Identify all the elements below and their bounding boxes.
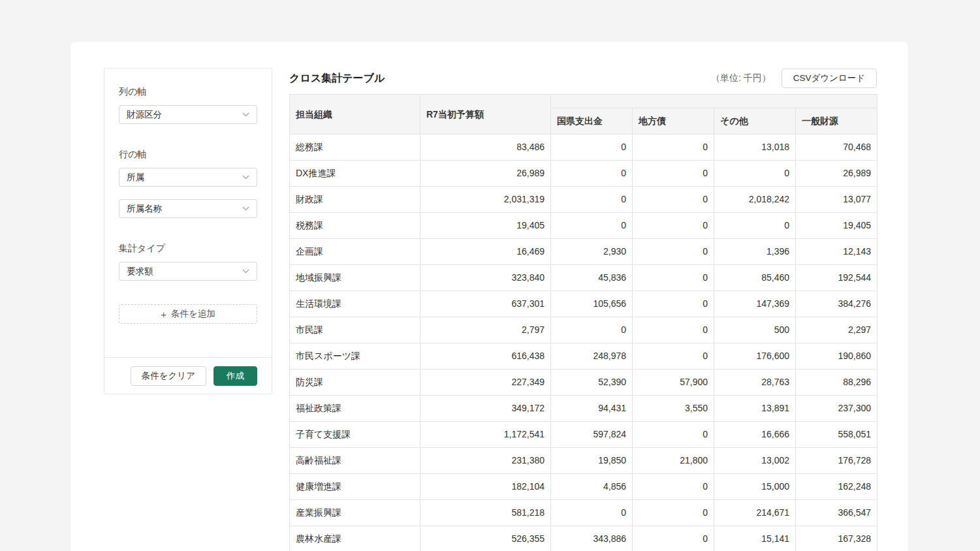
- value-cell: 13,891: [714, 396, 796, 422]
- value-cell: 0: [633, 343, 714, 370]
- org-cell: 企画課: [290, 239, 420, 265]
- value-cell: 0: [714, 213, 796, 239]
- value-cell: 26,989: [420, 161, 551, 187]
- value-cell: 19,405: [420, 213, 551, 239]
- value-cell: 637,301: [420, 291, 551, 317]
- value-cell: 0: [633, 265, 714, 291]
- aggregation-type-label: 集計タイプ: [119, 243, 257, 255]
- value-cell: 349,172: [420, 396, 551, 422]
- value-cell: 526,355: [420, 526, 551, 551]
- clear-conditions-button[interactable]: 条件をクリア: [131, 366, 206, 386]
- subcolumn-header: 国県支出金: [551, 108, 633, 134]
- value-cell: 0: [551, 500, 633, 526]
- value-cell: 248,978: [551, 343, 633, 370]
- row-axis-select-1[interactable]: 所属: [119, 168, 257, 187]
- value-cell: 13,077: [796, 187, 877, 213]
- add-condition-button[interactable]: + 条件を追加: [119, 304, 257, 324]
- value-cell: 384,276: [796, 291, 877, 317]
- value-cell: 16,666: [714, 422, 796, 448]
- value-cell: 70,468: [796, 134, 877, 161]
- value-cell: 0: [633, 422, 714, 448]
- plus-icon: +: [161, 309, 166, 319]
- aggregation-type-select[interactable]: 要求額: [119, 262, 257, 281]
- table-row: 農林水産課526,355343,886015,141167,328: [290, 526, 877, 551]
- chevron-down-icon: [242, 206, 249, 211]
- row-axis-value-2: 所属名称: [127, 203, 162, 215]
- filter-panel: 列の軸 財源区分 行の軸 所属 所属名称 集計タイプ: [104, 68, 272, 394]
- value-cell: 94,431: [551, 396, 633, 422]
- value-cell: 558,051: [796, 422, 877, 448]
- org-cell: 総務課: [290, 134, 420, 161]
- row-axis-label: 行の軸: [119, 149, 257, 161]
- org-cell: 地域振興課: [290, 265, 420, 291]
- value-cell: 26,989: [796, 161, 877, 187]
- value-cell: 0: [633, 213, 714, 239]
- row-axis-select-2[interactable]: 所属名称: [119, 199, 257, 218]
- table-row: 産業振興課581,21800214,671366,547: [290, 500, 877, 526]
- value-cell: 83,486: [420, 134, 551, 161]
- page-title: クロス集計テーブル: [289, 72, 385, 86]
- value-cell: 227,349: [420, 370, 551, 396]
- value-cell: 1,396: [714, 239, 796, 265]
- table-row: 地域振興課323,84045,836085,460192,544: [290, 265, 877, 291]
- org-cell: 税務課: [290, 213, 420, 239]
- value-cell: 105,656: [551, 291, 633, 317]
- row-axis-value-1: 所属: [127, 172, 144, 183]
- row-axis-field: 行の軸 所属 所属名称: [119, 149, 257, 218]
- chevron-down-icon: [242, 175, 249, 180]
- value-cell: 85,460: [714, 265, 796, 291]
- value-cell: 0: [633, 317, 714, 343]
- org-column-header: 担当組織: [290, 95, 420, 134]
- value-cell: 0: [633, 474, 714, 500]
- filter-panel-footer: 条件をクリア 作成: [104, 357, 272, 394]
- column-axis-label: 列の軸: [119, 86, 257, 98]
- main-header: クロス集計テーブル （単位: 千円） CSVダウンロード: [289, 69, 877, 88]
- value-cell: 2,797: [420, 317, 551, 343]
- value-cell: 0: [551, 134, 633, 161]
- org-cell: 防災課: [290, 370, 420, 396]
- value-cell: 16,469: [420, 239, 551, 265]
- table-row: 企画課16,4692,93001,39612,143: [290, 239, 877, 265]
- main-content: クロス集計テーブル （単位: 千円） CSVダウンロード 担当組織 R7当初予算…: [289, 69, 877, 551]
- column-axis-field: 列の軸 財源区分: [119, 86, 257, 124]
- value-cell: 4,856: [551, 474, 633, 500]
- value-cell: 0: [714, 161, 796, 187]
- aggregation-type-value: 要求額: [127, 266, 153, 277]
- create-button[interactable]: 作成: [213, 366, 257, 386]
- value-cell: 0: [551, 317, 633, 343]
- value-cell: 57,900: [633, 370, 714, 396]
- value-cell: 0: [633, 291, 714, 317]
- value-cell: 176,600: [714, 343, 796, 370]
- org-cell: 福祉政策課: [290, 396, 420, 422]
- value-cell: 0: [633, 239, 714, 265]
- table-row: 福祉政策課349,17294,4313,55013,891237,300: [290, 396, 877, 422]
- content-card: 列の軸 財源区分 行の軸 所属 所属名称 集計タイプ: [71, 42, 908, 551]
- value-cell: 2,297: [796, 317, 877, 343]
- table-row: 税務課19,40500019,405: [290, 213, 877, 239]
- org-cell: 産業振興課: [290, 500, 420, 526]
- value-cell: 12,143: [796, 239, 877, 265]
- value-cell: 147,369: [714, 291, 796, 317]
- value-cell: 52,390: [551, 370, 633, 396]
- column-axis-select[interactable]: 財源区分: [119, 105, 257, 124]
- table-row: 健康増進課182,1044,856015,000162,248: [290, 474, 877, 500]
- table-row: DX推進課26,98900026,989: [290, 161, 877, 187]
- value-cell: 2,930: [551, 239, 633, 265]
- org-cell: 市民スポーツ課: [290, 343, 420, 370]
- value-cell: 176,728: [796, 448, 877, 474]
- table-row: 生活環境課637,301105,6560147,369384,276: [290, 291, 877, 317]
- value-cell: 597,824: [551, 422, 633, 448]
- org-cell: 高齢福祉課: [290, 448, 420, 474]
- org-cell: 健康増進課: [290, 474, 420, 500]
- subcolumn-header: その他: [714, 108, 796, 134]
- value-cell: 192,544: [796, 265, 877, 291]
- csv-download-button[interactable]: CSVダウンロード: [782, 69, 877, 88]
- value-cell: 500: [714, 317, 796, 343]
- value-cell: 182,104: [420, 474, 551, 500]
- table-header: 担当組織 R7当初予算額 国県支出金 地方債 その他 一般財源: [290, 95, 877, 134]
- table-row: 市民スポーツ課616,438248,9780176,600190,860: [290, 343, 877, 370]
- cross-tab-table: 担当組織 R7当初予算額 国県支出金 地方債 その他 一般財源 総務課83,48…: [289, 94, 877, 551]
- value-cell: 237,300: [796, 396, 877, 422]
- column-axis-value: 財源区分: [127, 109, 162, 121]
- value-cell: 13,018: [714, 134, 796, 161]
